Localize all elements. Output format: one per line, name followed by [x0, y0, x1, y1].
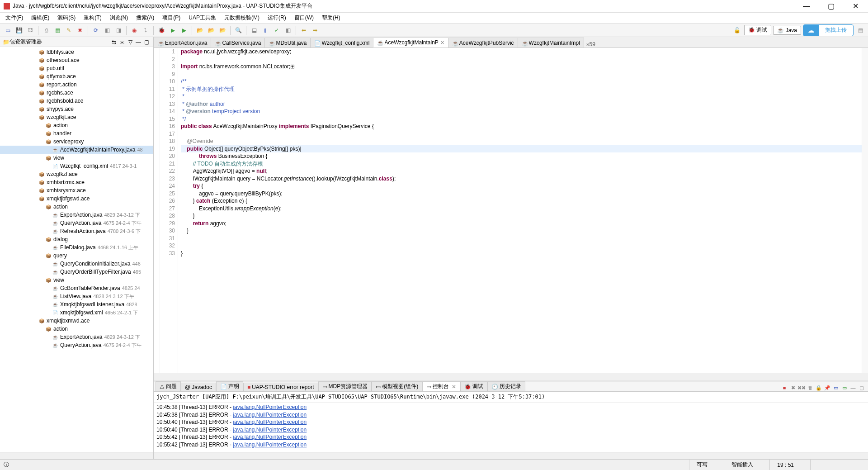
- tree-item[interactable]: ☕ExportAction.java4829 24-3-12 下: [0, 333, 153, 341]
- run-button[interactable]: ▶: [168, 25, 178, 35]
- close-icon[interactable]: ✕: [452, 384, 456, 390]
- tool-btn[interactable]: 📂: [206, 25, 216, 35]
- tree-item[interactable]: ☕QueryAction.java4675 24-2-4 下午: [0, 341, 153, 349]
- bottom-tab[interactable]: ⚠问题: [156, 381, 181, 391]
- menu-item[interactable]: 元数据校验(M): [222, 13, 262, 23]
- bottom-tab[interactable]: ▭控制台✕: [422, 381, 460, 391]
- tool-btn[interactable]: ✓: [272, 25, 282, 35]
- tree-item[interactable]: 📄Wzcgfkjt_config.xml4817 24-3-1: [0, 162, 153, 170]
- tool-btn[interactable]: ✖: [75, 25, 85, 35]
- tree-item[interactable]: 📦qtfymxb.ace: [0, 72, 153, 81]
- back-button[interactable]: ⬅: [299, 25, 309, 35]
- bottom-tab[interactable]: 🐞调试: [460, 381, 487, 391]
- tree-item[interactable]: 📦action: [0, 325, 153, 333]
- bottom-tab[interactable]: @Javadoc: [181, 383, 216, 391]
- bottom-tab[interactable]: ▭模型视图(组件): [372, 381, 422, 391]
- tree-item[interactable]: 📦action: [0, 121, 153, 129]
- tree-item[interactable]: ☕ExportAction.java4829 24-3-12 下: [0, 211, 153, 219]
- menu-item[interactable]: 搜索(A): [133, 13, 157, 23]
- tree-item[interactable]: ☕ListView.java4828 24-3-12 下午: [0, 292, 153, 300]
- package-tree[interactable]: 📦ldbhfys.ace📦othersout.ace📦pub.util📦qtfy…: [0, 47, 153, 452]
- horizontal-scrollbar[interactable]: [154, 373, 868, 380]
- tree-item[interactable]: 📦wzcgfkjt.ace: [0, 113, 153, 121]
- menu-item[interactable]: 重构(T): [81, 13, 104, 23]
- tree-item[interactable]: ☕XmqktjbfgswdListener.java4828: [0, 300, 153, 309]
- tree-item[interactable]: 📦view: [0, 276, 153, 284]
- tool-btn[interactable]: 📂: [217, 25, 227, 35]
- debug-button[interactable]: 🐞: [156, 25, 166, 35]
- line-gutter[interactable]: 1239101112131415161718192021222324252627…: [160, 48, 178, 373]
- tree-item[interactable]: ☕QueryConditionInitializer.java446: [0, 260, 153, 268]
- marker-column[interactable]: [154, 48, 160, 373]
- menu-item[interactable]: UAP工具集: [186, 13, 219, 23]
- tree-item[interactable]: 📦rgcbhs.ace: [0, 89, 153, 97]
- tree-item[interactable]: ☕RefreshAction.java4780 24-3-6 下: [0, 227, 153, 235]
- code-editor[interactable]: package nc.ui.jych.wzcgfkjt.ace.servicep…: [178, 48, 862, 373]
- tree-item[interactable]: 📄xmqktjbfgswd.xml4656 24-2-1 下: [0, 309, 153, 317]
- close-button[interactable]: ✕: [846, 1, 864, 12]
- tree-item[interactable]: ☕FileDialog.java4468 24-1-16 上午: [0, 243, 153, 252]
- tool-btn[interactable]: ◧: [283, 25, 293, 35]
- new-button[interactable]: ▭: [3, 25, 13, 35]
- tree-item[interactable]: ☕QueryAction.java4675 24-2-4 下午: [0, 219, 153, 227]
- editor-tab[interactable]: ☕AceWzcgfkjtMaintainP✕: [373, 38, 448, 47]
- terminate-button[interactable]: ■: [781, 384, 788, 391]
- tool-btn[interactable]: 📂: [195, 25, 205, 35]
- tree-item[interactable]: 📦xmqktjbxmwd.ace: [0, 317, 153, 325]
- java-perspective[interactable]: ☕ Java: [773, 26, 801, 35]
- remove-all-button[interactable]: ✖✖: [798, 384, 805, 391]
- bottom-tab[interactable]: 📄声明: [216, 381, 243, 391]
- editor-tab[interactable]: 📄Wzcgfkjt_config.xml: [310, 38, 373, 47]
- open-console-button[interactable]: ▭: [841, 384, 848, 391]
- exception-link[interactable]: java.lang.NullPointerException: [233, 412, 307, 418]
- menu-item[interactable]: 运行(R): [265, 13, 289, 23]
- horizontal-scrollbar[interactable]: [0, 452, 153, 459]
- run-ext-button[interactable]: ▶: [179, 25, 189, 35]
- remove-button[interactable]: ✖: [789, 384, 797, 391]
- tree-item[interactable]: 📦dialog: [0, 235, 153, 243]
- tree-item[interactable]: 📦serviceproxy: [0, 138, 153, 146]
- horizontal-scrollbar[interactable]: [154, 452, 868, 459]
- tree-item[interactable]: 📦query: [0, 252, 153, 260]
- tool-btn[interactable]: ▤: [855, 25, 865, 35]
- scroll-lock-button[interactable]: 🔒: [815, 384, 822, 391]
- tool-btn[interactable]: 🔍: [233, 25, 243, 35]
- bottom-tab[interactable]: 🕘历史记录: [487, 381, 525, 391]
- tree-item[interactable]: 📦pub.util: [0, 64, 153, 72]
- tree-item[interactable]: 📦xmqktjbfgswd.ace: [0, 195, 153, 203]
- maximize-view-button[interactable]: ▢: [142, 38, 151, 46]
- tree-item[interactable]: 📦rgcbhsbold.ace: [0, 97, 153, 105]
- save-all-button[interactable]: 🖫: [25, 25, 35, 35]
- exception-link[interactable]: java.lang.NullPointerException: [233, 442, 307, 448]
- link-editor-button[interactable]: ⫘: [118, 38, 126, 46]
- menu-item[interactable]: 帮助(H): [319, 13, 343, 23]
- menu-item[interactable]: 源码(S): [55, 13, 78, 23]
- editor-tab[interactable]: ☕AceWzcgfkjtPubServic: [448, 38, 518, 47]
- tree-item[interactable]: 📦action: [0, 203, 153, 211]
- editor-tab[interactable]: ☕WzcgfkjtMaintainImpl: [518, 38, 584, 47]
- menu-item[interactable]: 项目(P): [160, 13, 183, 23]
- tool-btn[interactable]: ⫿: [260, 25, 270, 35]
- overview-ruler[interactable]: [862, 48, 868, 373]
- editor-tab[interactable]: ☕ExportAction.java: [154, 38, 211, 47]
- tool-btn[interactable]: ✎: [64, 25, 74, 35]
- tree-item[interactable]: 📦xmhtsrysmx.ace: [0, 186, 153, 195]
- tree-item[interactable]: ☕GcBomTableRender.java4825 24: [0, 284, 153, 292]
- tree-item[interactable]: 📦report.action: [0, 81, 153, 89]
- tool-btn[interactable]: ◉: [129, 25, 139, 35]
- tree-item[interactable]: 📦ldbhfys.ace: [0, 48, 153, 56]
- collapse-all-button[interactable]: ⇆: [110, 38, 118, 46]
- close-tab-icon[interactable]: ✕: [440, 40, 444, 46]
- tool-btn[interactable]: ⎙: [41, 25, 51, 35]
- exception-link[interactable]: java.lang.NullPointerException: [233, 404, 307, 410]
- editor-tab[interactable]: ☕MD5Util.java: [264, 38, 311, 47]
- tree-item[interactable]: 📦othersout.ace: [0, 56, 153, 64]
- bottom-tab[interactable]: ■UAP-STUDIO error report: [243, 383, 318, 391]
- tree-item[interactable]: 📦view: [0, 154, 153, 162]
- exception-link[interactable]: java.lang.NullPointerException: [233, 434, 307, 440]
- tree-item[interactable]: 📦xmhtsrtzmx.ace: [0, 178, 153, 186]
- min-button[interactable]: —: [849, 384, 857, 391]
- tree-item[interactable]: ☕AceWzcgfkjtMaintainProxy.java48: [0, 146, 153, 154]
- minimize-view-button[interactable]: —: [134, 38, 142, 46]
- upload-widget[interactable]: ☁ 拖拽上传: [803, 24, 854, 36]
